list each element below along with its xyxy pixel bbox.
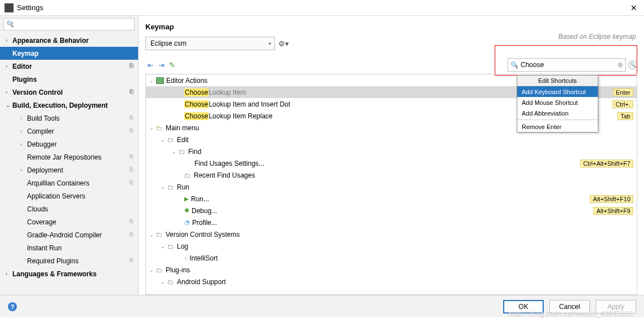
folder-icon: 🗀	[167, 136, 175, 143]
copy-icon: ⎘	[130, 231, 134, 237]
footer: ? https://blog.csdn.net/weixin_40845165 …	[0, 295, 644, 317]
help-icon[interactable]: ?	[8, 302, 17, 311]
folder-icon: 🗀	[167, 184, 175, 191]
action-debug[interactable]: ✱Debug...Alt+Shift+F9	[146, 205, 637, 217]
sidebar-item[interactable]: Plugins	[0, 73, 138, 86]
run-icon: ▶	[184, 196, 189, 202]
copy-icon: ⎘	[130, 218, 134, 224]
sidebar-item[interactable]: ›Editor⎘	[0, 60, 138, 73]
sidebar-search-input[interactable]	[3, 18, 135, 30]
tree-row[interactable]: ⌄🗀Run	[146, 181, 637, 193]
action-tree: ⌄Editor Actions Choose Lookup ItemEnter …	[145, 74, 637, 295]
sidebar-item[interactable]: ›Debugger	[0, 138, 138, 151]
action-run[interactable]: ▶Run...Alt+Shift+F10	[146, 193, 637, 205]
folder-icon: 🗀	[156, 125, 164, 131]
ctx-add-abbrev[interactable]: Add Abbreviation	[517, 108, 598, 118]
ctx-add-mouse[interactable]: Add Mouse Shortcut	[517, 97, 598, 108]
copy-icon: ⎘	[130, 257, 134, 263]
chevron-down-icon: ▾	[269, 41, 271, 46]
tree-row[interactable]: ⌄🗀Edit	[146, 134, 637, 145]
titlebar: Settings ✕	[0, 0, 644, 16]
copy-icon: ⎘	[130, 62, 134, 69]
folder-icon: 🗀	[156, 267, 164, 273]
profile-icon: ◔	[184, 219, 190, 226]
content: Keymap Based on Eclipse keymap Eclipse c…	[139, 16, 644, 295]
copy-icon: ⎘	[130, 153, 134, 160]
copy-icon: ⎘	[130, 127, 134, 134]
sidebar-item[interactable]: Application Servers	[0, 189, 138, 202]
sidebar-tree: ›Appearance & BehaviorKeymap›Editor⎘Plug…	[0, 33, 138, 280]
action-intellisort[interactable]: ↕IntelliSort	[146, 252, 637, 264]
watermark: https://blog.csdn.net/weixin_40845165	[508, 310, 633, 318]
sidebar-item[interactable]: ›Version Control⎘	[0, 86, 138, 99]
based-on-label: Based on Eclipse keymap	[558, 33, 636, 41]
sidebar-search[interactable]: 🔍 ▾	[3, 18, 135, 30]
context-menu: Edit Shortcuts Add Keyboard Shortcut Add…	[517, 75, 598, 132]
dropdown-icon: ▾	[11, 21, 14, 25]
sidebar-item[interactable]: Instant Run	[0, 241, 138, 254]
find-by-shortcut-icon[interactable]: 🔍	[628, 60, 637, 69]
sidebar-item[interactable]: Gradle-Android Compiler⎘	[0, 228, 138, 241]
sidebar-item[interactable]: Arquillian Containers⎘	[0, 176, 138, 189]
clear-icon[interactable]: ⊗	[618, 61, 623, 69]
action-search[interactable]: 🔍 ▾ Choose ⊗	[508, 58, 626, 72]
folder-icon: 🗀	[167, 243, 175, 250]
tree-row[interactable]: ⌄🗀Android Support	[146, 276, 637, 288]
page-title: Keymap	[145, 23, 637, 31]
action-profile[interactable]: ◔Profile...	[146, 217, 637, 228]
separator	[517, 120, 598, 120]
ctx-add-keyboard[interactable]: Add Keyboard Shortcut	[517, 86, 598, 97]
copy-icon: ⎘	[130, 88, 134, 95]
shortcut-badge: Alt+Shift+F10	[590, 195, 633, 203]
sidebar-item[interactable]: ›Compiler⎘	[0, 125, 138, 138]
shortcut-badge: Alt+Shift+F9	[593, 207, 633, 215]
sidebar-item[interactable]: Coverage⎘	[0, 215, 138, 228]
sidebar-item[interactable]: ›Appearance & Behavior	[0, 34, 138, 47]
sidebar-item[interactable]: Remote Jar Repositories⎘	[0, 151, 138, 164]
folder-icon: 🗀	[179, 148, 186, 155]
keymap-select[interactable]: Eclipse csm ▾	[145, 37, 275, 50]
folder-icon: 🗀	[167, 279, 175, 285]
action-find-usages[interactable]: Find Usages Settings...Ctrl+Alt+Shift+F7	[146, 157, 637, 169]
context-title: Edit Shortcuts	[517, 76, 598, 86]
folder-icon: 🗀	[156, 231, 164, 238]
shortcut-badge: Tab	[618, 112, 633, 120]
tree-row[interactable]: ⌄🗀Version Control Systems	[146, 228, 637, 240]
ctx-remove[interactable]: Remove Enter	[517, 121, 598, 132]
folder-icon: 🗀	[184, 172, 192, 179]
collapse-icon[interactable]: ⇥	[158, 61, 165, 69]
copy-icon: ⎘	[130, 114, 134, 121]
dropdown-icon: ▾	[516, 63, 518, 67]
bug-icon: ✱	[184, 207, 189, 214]
sidebar-item[interactable]: ›Build Tools⎘	[0, 112, 138, 125]
action-recent-find[interactable]: 🗀Recent Find Usages	[146, 169, 637, 181]
sidebar-item[interactable]: Keymap	[0, 47, 138, 60]
sort-icon: ↕	[184, 255, 188, 262]
tree-row[interactable]: ⌄🗀Plug-ins	[146, 264, 637, 276]
keymap-name: Eclipse csm	[150, 39, 186, 47]
sidebar: 🔍 ▾ ›Appearance & BehaviorKeymap›Editor⎘…	[0, 16, 139, 295]
gear-icon[interactable]: ⚙▾	[278, 39, 289, 48]
toolbar: ⇤ ⇥ ✎ 🔍 ▾ Choose ⊗ 🔍	[145, 57, 637, 73]
tree-row[interactable]: ⌄🗀Log	[146, 240, 637, 252]
sidebar-item[interactable]: ⌄Build, Execution, Deployment	[0, 99, 138, 112]
search-value: Choose	[521, 61, 544, 69]
copy-icon: ⎘	[130, 179, 134, 186]
editor-icon	[156, 77, 164, 84]
app-icon	[5, 3, 14, 12]
sidebar-item[interactable]: ›Languages & Frameworks	[0, 267, 138, 280]
shortcut-badge: Enter	[613, 89, 633, 96]
expand-icon[interactable]: ⇤	[148, 61, 154, 69]
sidebar-item[interactable]: Clouds	[0, 202, 138, 215]
copy-icon: ⎘	[130, 166, 134, 173]
sidebar-item[interactable]: Required Plugins⎘	[0, 254, 138, 267]
shortcut-badge: Ctrl+.	[612, 100, 633, 108]
tree-row[interactable]: ⌄🗀Find	[146, 145, 637, 157]
edit-icon[interactable]: ✎	[169, 61, 175, 69]
window-title: Settings	[17, 3, 628, 12]
close-icon[interactable]: ✕	[628, 3, 639, 12]
shortcut-badge: Ctrl+Alt+Shift+F7	[580, 160, 633, 167]
sidebar-item[interactable]: ›Deployment⎘	[0, 164, 138, 176]
